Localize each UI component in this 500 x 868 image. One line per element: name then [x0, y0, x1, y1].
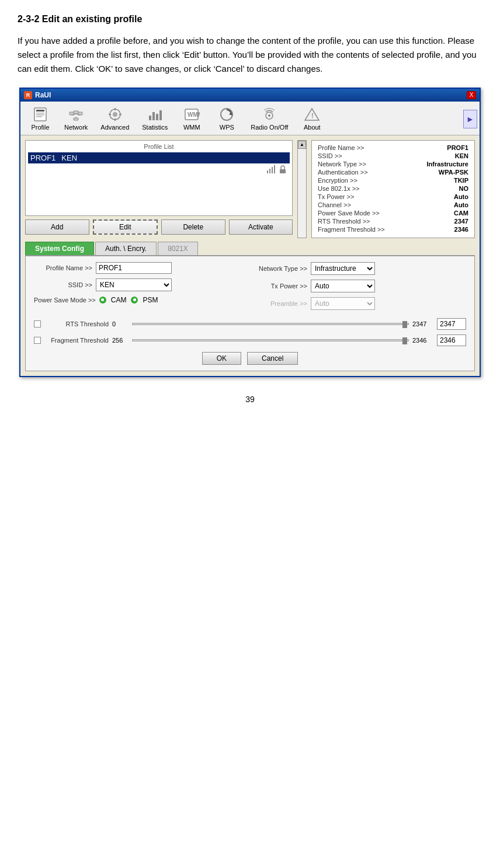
power-save-label: Power Save Mode >> — [34, 297, 96, 304]
svg-rect-2 — [36, 113, 44, 114]
toolbar-network[interactable]: Network — [58, 104, 94, 135]
statistics-icon — [147, 106, 163, 123]
config-panel: Profile Name >> SSID >> KEN Power Save M… — [25, 256, 475, 371]
raui-window: R RaUI X Profile — [19, 88, 481, 377]
toolbar-network-label: Network — [64, 124, 88, 131]
toolbar-wmm-label: WMM — [183, 124, 200, 131]
toolbar-statistics[interactable]: Statistics — [136, 104, 174, 135]
toolbar-advanced[interactable]: Advanced — [94, 104, 136, 135]
toolbar-wps-label: WPS — [220, 124, 234, 131]
toolbar-about-label: About — [304, 124, 321, 131]
profile-ssid-cell: KEN — [61, 154, 77, 162]
toolbar-profile[interactable]: Profile — [23, 104, 58, 135]
fragment-slider-thumb[interactable] — [402, 337, 407, 344]
ok-button[interactable]: OK — [202, 352, 241, 365]
tx-power-row: Tx Power >> Auto — [255, 280, 466, 292]
detail-power-save: Power Save Mode >> CAM — [318, 210, 468, 217]
svg-rect-3 — [36, 114, 44, 116]
preamble-select: Auto — [311, 297, 375, 310]
svg-rect-30 — [269, 169, 270, 173]
rts-min-value: 0 — [112, 320, 129, 327]
detail-channel: Channel >> Auto — [318, 201, 468, 208]
detail-ssid: SSID >> KEN — [318, 152, 468, 159]
svg-text:WMM: WMM — [188, 111, 200, 118]
profile-icons — [28, 163, 290, 175]
fragment-slider[interactable] — [132, 339, 409, 341]
section-heading: 2-3-2 Edit an existing profile — [18, 12, 482, 27]
ok-cancel-row: OK Cancel — [34, 352, 466, 365]
detail-fragment-threshold: Fragment Threshold >> 2346 — [318, 226, 468, 233]
edit-button[interactable]: Edit — [93, 219, 158, 235]
power-save-radio-group: CAM PSM — [99, 296, 158, 304]
advanced-icon — [107, 106, 123, 123]
ssid-select[interactable]: KEN — [96, 278, 172, 291]
add-button[interactable]: Add — [25, 219, 89, 235]
tx-power-select[interactable]: Auto — [311, 280, 375, 292]
scroll-up-arrow[interactable]: ▲ — [298, 141, 306, 149]
psm-radio[interactable] — [131, 297, 138, 304]
detail-profile-name: Profile Name >> PROF1 — [318, 144, 468, 151]
svg-rect-32 — [274, 165, 275, 173]
detail-tx-power: Tx Power >> Auto — [318, 193, 468, 200]
tab-8021x[interactable]: 8021X — [158, 242, 198, 255]
profile-list-title: Profile List — [28, 143, 290, 150]
fragment-value-input[interactable] — [437, 334, 466, 346]
body-paragraph: If you have added a profile before, and … — [18, 34, 482, 76]
config-tabs: System Config Auth. \ Encry. 8021X — [25, 242, 475, 256]
toolbar-radio-label: Radio On/Off — [251, 124, 288, 131]
fragment-checkbox[interactable] — [34, 337, 41, 344]
toolbar-scroll-right[interactable]: ► — [463, 110, 477, 128]
detail-use-8021x: Use 802.1x >> NO — [318, 185, 468, 192]
rts-checkbox[interactable] — [34, 320, 41, 327]
psm-label: PSM — [143, 296, 158, 304]
network-type-select[interactable]: Infrastructure — [311, 262, 375, 275]
cancel-button[interactable]: Cancel — [247, 352, 298, 365]
rts-slider[interactable] — [132, 323, 409, 325]
svg-point-27 — [268, 114, 270, 117]
toolbar: Profile Network — [20, 102, 480, 135]
network-type-row: Network Type >> Infrastructure — [255, 262, 466, 275]
tab-system-config[interactable]: System Config — [25, 242, 94, 255]
fragment-threshold-row: Fragment Threshold 256 2346 — [34, 334, 466, 346]
toolbar-about[interactable]: ! About — [294, 104, 329, 135]
profile-list-panel: Profile List PROF1 KEN — [25, 140, 293, 216]
config-left-col: Profile Name >> SSID >> KEN Power Save M… — [34, 262, 245, 315]
wmm-icon: WMM — [183, 106, 200, 123]
svg-point-13 — [113, 112, 117, 117]
detail-authentication: Authentication >> WPA-PSK — [318, 169, 468, 176]
svg-rect-11 — [74, 118, 78, 120]
close-button[interactable]: X — [467, 91, 476, 99]
svg-text:!: ! — [311, 112, 314, 119]
rts-value-input[interactable] — [437, 318, 466, 330]
config-form-row1: Profile Name >> SSID >> KEN Power Save M… — [34, 262, 466, 315]
detail-rts-threshold: RTS Threshold >> 2347 — [318, 218, 468, 225]
network-type-label: Network Type >> — [255, 265, 307, 272]
profile-detail-panel: Profile Name >> PROF1 SSID >> KEN Networ… — [311, 140, 475, 238]
ssid-row: SSID >> KEN — [34, 278, 245, 291]
network-icon — [68, 106, 84, 123]
signal-icon — [266, 165, 276, 174]
cam-radio[interactable] — [99, 297, 106, 304]
detail-encryption: Encryption >> TKIP — [318, 177, 468, 184]
config-right-col: Network Type >> Infrastructure Tx Power … — [255, 262, 466, 315]
profile-name-input[interactable] — [96, 262, 172, 274]
profile-name-cell: PROF1 — [30, 154, 55, 162]
window-icon: R — [24, 91, 32, 99]
svg-rect-7 — [74, 111, 78, 114]
tab-auth-encry[interactable]: Auth. \ Encry. — [95, 242, 157, 255]
toolbar-wmm[interactable]: WMM WMM — [174, 104, 209, 135]
table-row[interactable]: PROF1 KEN — [28, 152, 290, 163]
rts-threshold-row: RTS Threshold 0 2347 — [34, 318, 466, 330]
svg-rect-18 — [149, 116, 151, 120]
profile-scrollbar[interactable]: ▲ — [297, 140, 307, 238]
svg-rect-19 — [152, 112, 155, 120]
toolbar-profile-label: Profile — [31, 124, 49, 131]
rts-slider-thumb[interactable] — [402, 321, 407, 328]
toolbar-wps[interactable]: WPS — [209, 104, 244, 135]
profile-icon — [32, 106, 48, 123]
toolbar-radio-on-off[interactable]: Radio On/Off — [244, 104, 294, 135]
delete-button[interactable]: Delete — [161, 219, 225, 235]
page-number: 39 — [18, 395, 482, 404]
svg-rect-31 — [272, 167, 273, 173]
activate-button[interactable]: Activate — [229, 219, 293, 235]
